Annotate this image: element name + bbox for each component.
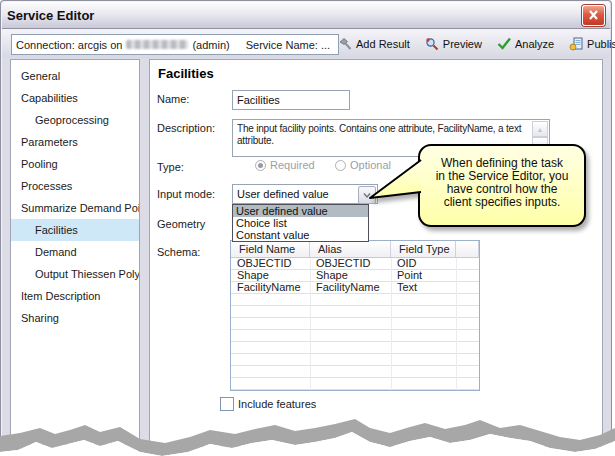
column-divider [391, 258, 392, 390]
add-result-button[interactable]: Add Result [338, 37, 410, 51]
input-mode-dropdown-list: User defined value Choice list Constant … [232, 204, 369, 242]
type-label: Type: [157, 161, 184, 173]
cell-alias: Shape [310, 270, 391, 281]
column-header-alias: Alias [310, 241, 391, 257]
analyze-button[interactable]: Analyze [497, 37, 554, 50]
schema-table-header: Field Name Alias Field Type [231, 241, 479, 258]
column-header-field-name: Field Name [231, 241, 310, 257]
redacted-server-name [126, 40, 188, 49]
column-header-extra [456, 241, 479, 257]
torn-edge [0, 405, 615, 456]
table-row-objectid[interactable]: OBJECTID OBJECTID OID [231, 258, 479, 270]
sidebar-item-summarize-demand-points[interactable]: Summarize Demand Points By [11, 197, 139, 219]
dropdown-option-choice-list[interactable]: Choice list [233, 217, 368, 229]
sidebar-item-sharing[interactable]: Sharing [11, 307, 139, 329]
scroll-up-button[interactable]: ▲ [532, 121, 548, 137]
empty-table-row [231, 330, 479, 342]
input-mode-value: User defined value [237, 185, 329, 203]
column-divider [456, 258, 457, 390]
type-radio-required: Required [255, 159, 315, 171]
radio-selected-icon [255, 160, 266, 171]
sidebar-item-general[interactable]: General [11, 65, 139, 87]
window-titlebar: Service Editor [2, 2, 610, 29]
sidebar-item-pooling[interactable]: Pooling [11, 153, 139, 175]
sidebar-item-facilities[interactable]: Facilities [11, 219, 139, 241]
cell-alias: OBJECTID [310, 258, 391, 269]
close-button[interactable] [582, 5, 605, 26]
name-label: Name: [157, 93, 189, 105]
empty-table-row [231, 366, 479, 378]
empty-table-row [231, 378, 479, 390]
cell-field-name: OBJECTID [231, 258, 310, 269]
magnifier-icon [425, 37, 439, 51]
cell-field-type: OID [391, 258, 456, 269]
schema-label: Schema: [157, 246, 200, 258]
empty-table-row [231, 354, 479, 366]
preview-label: Preview [443, 38, 482, 50]
sidebar-item-processes[interactable]: Processes [11, 175, 139, 197]
schema-table-body: OBJECTID OBJECTID OID Shape Shape Point … [231, 258, 479, 390]
empty-table-row [231, 342, 479, 354]
publish-label: Publish [587, 38, 615, 50]
radio-unselected-icon [335, 160, 346, 171]
dropdown-option-user-defined-value[interactable]: User defined value [233, 205, 368, 217]
service-name-label: Service Name: ... [246, 39, 330, 51]
toolbar-buttons: Add Result Preview Analyze [338, 29, 606, 58]
close-icon [588, 10, 599, 20]
cell-field-name: FacilityName [231, 282, 310, 293]
page-title: Facilities [158, 66, 214, 81]
empty-table-row [231, 318, 479, 330]
publish-button[interactable]: Publish [569, 37, 615, 51]
service-editor-window: Service Editor Connection: arcgis on (ad… [0, 0, 612, 449]
dropdown-option-constant-value[interactable]: Constant value [233, 229, 368, 241]
name-input[interactable]: Facilities [232, 90, 350, 110]
column-header-field-type: Field Type [391, 241, 456, 257]
analyze-label: Analyze [515, 38, 554, 50]
callout-line: client specifies inputs. [419, 196, 585, 209]
sidebar-item-item-description[interactable]: Item Description [11, 285, 139, 307]
cell-alias: FacilityName [310, 282, 391, 293]
sidebar-item-geoprocessing[interactable]: Geoprocessing [11, 109, 139, 131]
window-title: Service Editor [7, 8, 94, 23]
connection-label: Connection: arcgis on [16, 39, 122, 51]
preview-button[interactable]: Preview [425, 37, 482, 51]
sidebar-item-parameters[interactable]: Parameters [11, 131, 139, 153]
add-result-label: Add Result [356, 38, 410, 50]
callout-text: When defining the task in the Service Ed… [419, 157, 585, 209]
empty-table-row [231, 306, 479, 318]
cell-field-type: Point [391, 270, 456, 281]
sidebar-item-output-thiessen-polygons[interactable]: Output Thiessen Polygons [11, 263, 139, 285]
geometry-label: Geometry [157, 218, 205, 230]
table-row-facilityname[interactable]: FacilityName FacilityName Text [231, 282, 479, 294]
screenshot-page: { "window": { "title": "Service Editor" … [0, 0, 615, 456]
input-mode-select[interactable]: User defined value [232, 184, 378, 204]
cell-field-name: Shape [231, 270, 310, 281]
connection-field: Connection: arcgis on (admin) Service Na… [11, 34, 339, 55]
publish-icon [569, 37, 583, 51]
check-icon [497, 37, 511, 50]
connection-admin-label: (admin) [192, 39, 229, 51]
main-panel: Facilities Name: Facilities Description:… [149, 59, 603, 447]
input-mode-label: Input mode: [157, 188, 215, 200]
cell-field-type: Text [391, 282, 456, 293]
schema-table: Field Name Alias Field Type OBJECTID OBJ… [230, 240, 480, 391]
required-label: Required [270, 159, 315, 171]
hammer-icon [338, 37, 352, 51]
column-divider [310, 258, 311, 390]
toolbar: Connection: arcgis on (admin) Service Na… [2, 29, 610, 58]
sidebar-item-capabilities[interactable]: Capabilities [11, 87, 139, 109]
sidebar: General Capabilities Geoprocessing Param… [10, 59, 140, 445]
description-label: Description: [157, 122, 215, 134]
sidebar-item-demand[interactable]: Demand [11, 241, 139, 263]
table-row-shape[interactable]: Shape Shape Point [231, 270, 479, 282]
empty-table-row [231, 294, 479, 306]
